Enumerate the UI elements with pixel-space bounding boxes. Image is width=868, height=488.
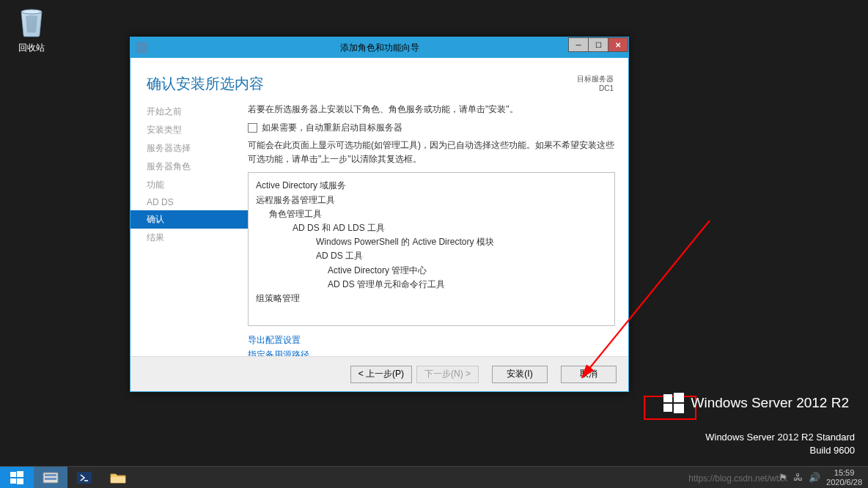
windows-logo-icon bbox=[663, 393, 684, 413]
feature-item: AD DS 和 AD LDS 工具 bbox=[256, 221, 607, 235]
tray-network-icon[interactable]: 🖧 bbox=[793, 472, 803, 483]
taskbar-server-manager[interactable] bbox=[34, 467, 67, 489]
auto-restart-label: 如果需要，自动重新启动目标服务器 bbox=[262, 122, 402, 134]
auto-restart-row[interactable]: 如果需要，自动重新启动目标服务器 bbox=[248, 122, 615, 134]
folder-icon bbox=[109, 470, 127, 485]
source-watermark: https://blog.csdn.net/wtxx bbox=[688, 473, 787, 484]
powershell-icon bbox=[76, 470, 93, 485]
export-config-link[interactable]: 导出配置设置 bbox=[248, 333, 615, 347]
start-button[interactable] bbox=[0, 467, 34, 489]
svg-point-0 bbox=[21, 10, 42, 14]
auto-restart-checkbox[interactable] bbox=[248, 123, 257, 133]
window-title: 添加角色和功能向导 bbox=[340, 42, 419, 54]
next-button: 下一步(N) > bbox=[416, 366, 479, 383]
previous-button[interactable]: < 上一步(P) bbox=[350, 366, 412, 383]
os-brand: Windows Server 2012 R2 bbox=[663, 393, 849, 413]
content-area: 若要在所选服务器上安装以下角色、角色服务或功能，请单击"安装"。 如果需要，自动… bbox=[248, 101, 628, 356]
clock-time: 15:59 bbox=[826, 468, 862, 478]
minimize-button[interactable]: ─ bbox=[568, 37, 589, 52]
window-icon bbox=[136, 42, 148, 53]
svg-rect-3 bbox=[674, 393, 684, 402]
svg-rect-2 bbox=[663, 394, 672, 402]
sidebar-item-features[interactable]: 功能 bbox=[130, 176, 248, 194]
wizard-steps-sidebar: 开始之前 安装类型 服务器选择 服务器角色 功能 AD DS 确认 结果 bbox=[130, 101, 248, 356]
sidebar-item-installation-type[interactable]: 安装类型 bbox=[130, 121, 248, 139]
svg-rect-9 bbox=[17, 478, 23, 484]
feature-item: Windows PowerShell 的 Active Directory 模块 bbox=[256, 235, 607, 249]
close-button[interactable]: ✕ bbox=[608, 37, 628, 52]
svg-rect-4 bbox=[663, 404, 672, 412]
clock-date: 2020/6/28 bbox=[826, 478, 862, 487]
tray-volume-icon[interactable]: 🔊 bbox=[809, 472, 820, 483]
recycle-bin-label: 回收站 bbox=[13, 42, 50, 54]
titlebar[interactable]: 添加角色和功能向导 ─ ☐ ✕ bbox=[130, 37, 628, 58]
build-info: Windows Server 2012 R2 Standard Build 96… bbox=[705, 431, 855, 457]
feature-item: 远程服务器管理工具 bbox=[256, 193, 607, 207]
page-title: 确认安装所选内容 bbox=[147, 74, 264, 94]
taskbar-file-explorer[interactable] bbox=[101, 467, 135, 489]
build-text: Build 9600 bbox=[705, 444, 855, 457]
svg-rect-14 bbox=[111, 477, 125, 483]
sidebar-item-ad-ds[interactable]: AD DS bbox=[130, 194, 248, 210]
feature-item: Active Directory 管理中心 bbox=[256, 264, 607, 278]
target-server-info: 目标服务器 DC1 bbox=[577, 74, 614, 93]
window-controls: ─ ☐ ✕ bbox=[569, 37, 628, 53]
wizard-footer: < 上一步(P) 下一步(N) > 安装(I) 取消 bbox=[130, 356, 628, 391]
system-tray[interactable]: ⚑ 🖧 🔊 15:59 2020/6/28 bbox=[779, 468, 868, 487]
install-button[interactable]: 安装(I) bbox=[492, 366, 548, 383]
alternate-source-link[interactable]: 指定备用源路径 bbox=[248, 348, 615, 356]
os-brand-name: Windows Server 2012 R2 bbox=[691, 395, 849, 411]
feature-item: AD DS 管理单元和命令行工具 bbox=[256, 278, 607, 292]
svg-rect-7 bbox=[17, 471, 23, 477]
target-server-label: 目标服务器 bbox=[577, 74, 614, 84]
start-icon bbox=[10, 471, 23, 484]
edition-text: Windows Server 2012 R2 Standard bbox=[705, 431, 855, 444]
svg-rect-5 bbox=[674, 404, 684, 413]
sidebar-item-results: 结果 bbox=[130, 229, 248, 247]
svg-rect-12 bbox=[45, 478, 56, 480]
taskbar-powershell[interactable] bbox=[67, 467, 101, 489]
intro-text: 若要在所选服务器上安装以下角色、角色服务或功能，请单击"安装"。 bbox=[248, 103, 615, 116]
feature-item: Active Directory 域服务 bbox=[256, 179, 607, 193]
recycle-bin-icon bbox=[17, 6, 46, 38]
features-list-box[interactable]: Active Directory 域服务 远程服务器管理工具 角色管理工具 AD… bbox=[248, 172, 615, 326]
target-server-value: DC1 bbox=[577, 84, 614, 93]
explanation-text: 可能会在此页面上显示可选功能(如管理工具)，因为已自动选择这些功能。如果不希望安… bbox=[248, 138, 615, 166]
sidebar-item-server-roles[interactable]: 服务器角色 bbox=[130, 158, 248, 176]
wizard-window: 添加角色和功能向导 ─ ☐ ✕ 确认安装所选内容 目标服务器 DC1 开始之前 … bbox=[130, 37, 629, 392]
svg-rect-11 bbox=[45, 474, 56, 476]
feature-item: 角色管理工具 bbox=[256, 207, 607, 221]
taskbar-clock[interactable]: 15:59 2020/6/28 bbox=[826, 468, 862, 487]
feature-item: 组策略管理 bbox=[256, 292, 607, 306]
sidebar-item-confirmation[interactable]: 确认 bbox=[130, 210, 248, 229]
server-manager-icon bbox=[42, 470, 59, 485]
cancel-button[interactable]: 取消 bbox=[561, 366, 617, 383]
svg-rect-8 bbox=[10, 478, 16, 484]
feature-item: AD DS 工具 bbox=[256, 249, 607, 263]
sidebar-item-before-you-begin[interactable]: 开始之前 bbox=[130, 103, 248, 121]
sidebar-item-server-selection[interactable]: 服务器选择 bbox=[130, 139, 248, 158]
recycle-bin[interactable]: 回收站 bbox=[13, 6, 50, 54]
maximize-button[interactable]: ☐ bbox=[588, 37, 608, 52]
svg-rect-6 bbox=[10, 472, 16, 477]
